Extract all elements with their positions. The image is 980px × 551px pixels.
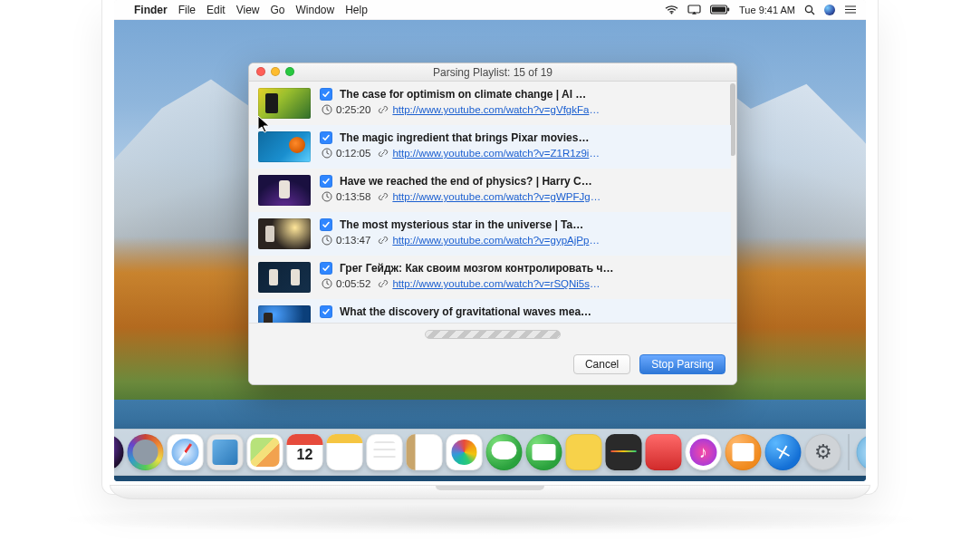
spotlight-icon[interactable]	[804, 5, 815, 15]
clock-icon	[322, 191, 332, 202]
laptop-frame: Finder File Edit View Go Window Help Tue…	[101, 0, 879, 495]
siri-icon[interactable]	[824, 5, 835, 15]
video-duration: 0:13:47	[336, 235, 370, 246]
svg-point-5	[805, 5, 812, 12]
video-checkbox[interactable]	[320, 131, 332, 144]
laptop-base	[110, 485, 870, 499]
svg-line-6	[812, 12, 814, 14]
menu-view[interactable]: View	[236, 4, 260, 16]
facetime-icon[interactable]	[526, 434, 562, 470]
link-icon	[378, 148, 389, 159]
link-icon	[378, 104, 389, 115]
stage: Finder File Edit View Go Window Help Tue…	[0, 0, 980, 551]
ibooks-icon[interactable]	[725, 434, 762, 470]
clock-icon	[322, 148, 332, 159]
video-row[interactable]: The most mysterious star in the universe…	[249, 212, 731, 256]
screen: Finder File Edit View Go Window Help Tue…	[114, 0, 866, 481]
video-title: The most mysterious star in the universe…	[340, 218, 583, 231]
video-duration: 0:12:05	[336, 148, 370, 159]
stickies-icon[interactable]	[566, 434, 602, 470]
video-title: Грег Гейдж: Как своим мозгом контролиров…	[340, 262, 614, 275]
notes-icon[interactable]	[327, 434, 363, 470]
desktop[interactable]: Parsing Playlist: 15 of 19	[114, 20, 866, 481]
clock-icon	[322, 235, 332, 246]
dock[interactable]	[114, 429, 866, 476]
reminders-icon[interactable]	[367, 434, 403, 470]
menubar-clock[interactable]: Tue 9:41 AM	[739, 5, 795, 15]
itunes-icon[interactable]	[686, 434, 722, 470]
video-row[interactable]: Грег Гейдж: Как своим мозгом контролиров…	[249, 256, 731, 299]
video-url[interactable]: http://www.youtube.com/watch?v=gypAjPp6e…	[392, 235, 600, 246]
window-minimize-button[interactable]	[271, 67, 280, 76]
dock-separator	[849, 434, 850, 470]
video-url[interactable]: http://www.youtube.com/watch?v=gVfgkFasw…	[392, 104, 600, 115]
messages-icon[interactable]	[486, 434, 523, 470]
video-thumbnail	[258, 131, 311, 162]
video-title: The case for optimism on climate change …	[340, 88, 586, 101]
video-thumbnail	[258, 262, 311, 293]
cancel-button[interactable]: Cancel	[573, 354, 630, 374]
video-meta: The magic ingredient that brings Pixar m…	[320, 131, 722, 159]
parsing-window: Parsing Playlist: 15 of 19	[248, 63, 737, 385]
contacts-icon[interactable]	[407, 434, 443, 470]
video-meta: The most mysterious star in the universe…	[320, 218, 722, 246]
video-title: What the discovery of gravitational wave…	[340, 305, 591, 318]
wifi-icon[interactable]	[665, 5, 678, 14]
menubar-right: Tue 9:41 AM	[665, 5, 857, 15]
battery-icon[interactable]	[710, 5, 730, 14]
menu-help[interactable]: Help	[345, 4, 368, 16]
window-zoom-button[interactable]	[285, 67, 294, 76]
maps-icon[interactable]	[247, 434, 283, 470]
stop-parsing-button[interactable]: Stop Parsing	[639, 354, 725, 374]
video-list-container: The case for optimism on climate change …	[249, 82, 736, 323]
video-duration: 0:05:52	[336, 278, 370, 289]
window-close-button[interactable]	[256, 67, 265, 76]
airplay-icon[interactable]	[687, 5, 701, 14]
menu-edit[interactable]: Edit	[207, 4, 226, 16]
calendar-icon[interactable]	[287, 434, 323, 470]
svg-rect-3	[712, 6, 725, 12]
svg-point-0	[671, 13, 673, 14]
video-row[interactable]: Have we reached the end of physics? | Ha…	[249, 169, 731, 212]
video-checkbox[interactable]	[320, 218, 332, 231]
sysprefs-icon[interactable]	[805, 434, 841, 470]
video-row[interactable]: What the discovery of gravitational wave…	[249, 299, 731, 323]
video-checkbox[interactable]	[320, 305, 332, 318]
stocks-icon[interactable]	[606, 434, 642, 470]
window-title: Parsing Playlist: 15 of 19	[249, 66, 736, 79]
video-row[interactable]: The case for optimism on climate change …	[249, 82, 731, 125]
preview-icon[interactable]	[207, 434, 244, 470]
app-name[interactable]: Finder	[134, 4, 168, 16]
video-row[interactable]: The magic ingredient that brings Pixar m…	[249, 125, 731, 169]
video-list[interactable]: The case for optimism on climate change …	[249, 82, 731, 323]
video-meta: The case for optimism on climate change …	[320, 88, 722, 115]
downloads-icon[interactable]	[857, 434, 867, 470]
video-url[interactable]: http://www.youtube.com/watch?v=rSQNi5sAw…	[392, 278, 600, 289]
notification-center-icon[interactable]	[844, 5, 857, 14]
menu-window[interactable]: Window	[296, 4, 335, 16]
laptop-shadow	[54, 504, 926, 535]
video-url[interactable]: http://www.youtube.com/watch?v=gWPFJgLAz…	[392, 191, 600, 202]
clock-icon	[322, 278, 332, 289]
menu-file[interactable]: File	[178, 4, 196, 16]
appstore-icon[interactable]	[765, 434, 802, 470]
photos-icon[interactable]	[447, 434, 483, 470]
video-checkbox[interactable]	[320, 262, 332, 275]
button-row: Cancel Stop Parsing	[249, 344, 736, 384]
video-duration: 0:25:20	[336, 104, 370, 115]
video-checkbox[interactable]	[320, 175, 332, 188]
safari-icon[interactable]	[168, 434, 204, 470]
news-icon[interactable]	[646, 434, 682, 470]
video-checkbox[interactable]	[320, 88, 332, 101]
video-meta: Have we reached the end of physics? | Ha…	[320, 175, 722, 202]
siri-icon[interactable]	[114, 434, 124, 470]
svg-rect-4	[727, 8, 729, 12]
window-titlebar[interactable]: Parsing Playlist: 15 of 19	[249, 63, 736, 82]
launchpad-icon[interactable]	[128, 434, 164, 470]
video-url[interactable]: http://www.youtube.com/watch?v=Z1R1z9ipF…	[392, 148, 600, 159]
link-icon	[378, 278, 389, 289]
traffic-lights	[256, 67, 294, 76]
video-meta: Грег Гейдж: Как своим мозгом контролиров…	[320, 262, 722, 289]
video-thumbnail	[258, 218, 311, 249]
menu-go[interactable]: Go	[271, 4, 285, 16]
